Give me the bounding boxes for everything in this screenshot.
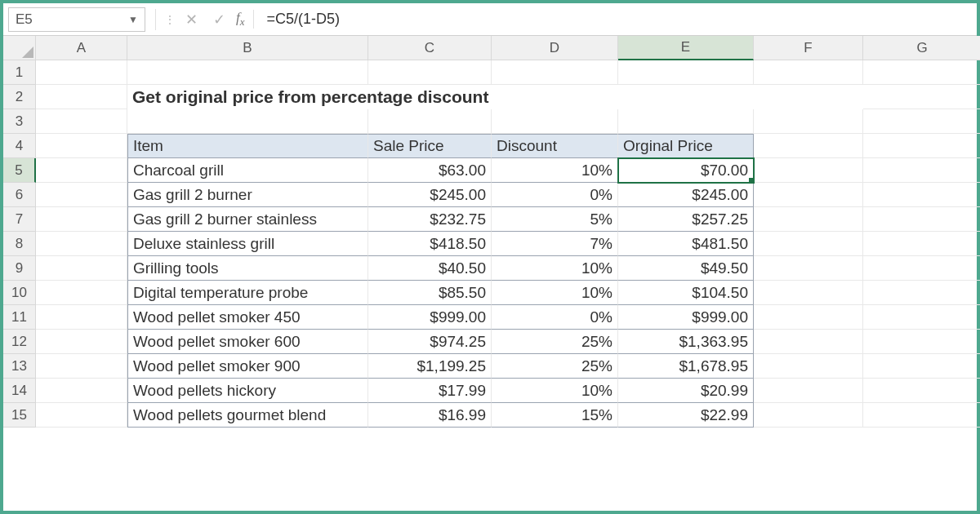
td-item[interactable]: Wood pellet smoker 450 (127, 305, 368, 330)
cell[interactable] (754, 183, 863, 207)
formula-input[interactable]: =C5/(1-D5) (262, 7, 977, 31)
row-header-4[interactable]: 4 (3, 134, 36, 158)
cell[interactable] (754, 158, 863, 183)
td-sale-price[interactable]: $1,199.25 (368, 354, 492, 379)
cell[interactable] (863, 379, 980, 403)
td-sale-price[interactable]: $245.00 (368, 183, 492, 207)
cell[interactable] (754, 232, 863, 256)
col-header-b[interactable]: B (127, 36, 368, 60)
td-sale-price[interactable]: $232.75 (368, 207, 492, 232)
page-title[interactable]: Get original price from percentage disco… (127, 85, 863, 109)
td-item[interactable]: Charcoal grill (127, 158, 368, 183)
td-discount[interactable]: 10% (492, 158, 618, 183)
cell[interactable] (36, 330, 127, 354)
row-header-10[interactable]: 10 (3, 281, 36, 305)
col-header-d[interactable]: D (492, 36, 618, 60)
cell[interactable] (754, 109, 863, 134)
td-item[interactable]: Digital temperature probe (127, 281, 368, 305)
th-discount[interactable]: Discount (492, 134, 618, 158)
row-header-9[interactable]: 9 (3, 256, 36, 281)
cell[interactable] (36, 281, 127, 305)
td-discount[interactable]: 10% (492, 281, 618, 305)
td-item[interactable]: Gas grill 2 burner (127, 183, 368, 207)
td-item[interactable]: Grilling tools (127, 256, 368, 281)
cell[interactable] (754, 207, 863, 232)
cell[interactable] (368, 109, 492, 134)
td-item[interactable]: Wood pellet smoker 900 (127, 354, 368, 379)
fx-icon[interactable]: fx (233, 10, 254, 29)
th-sale-price[interactable]: Sale Price (368, 134, 492, 158)
cell[interactable] (36, 379, 127, 403)
col-header-a[interactable]: A (36, 36, 127, 60)
td-discount[interactable]: 25% (492, 354, 618, 379)
td-sale-price[interactable]: $974.25 (368, 330, 492, 354)
col-header-g[interactable]: G (863, 36, 980, 60)
td-discount[interactable]: 7% (492, 232, 618, 256)
cancel-formula-icon[interactable]: ✕ (177, 11, 205, 29)
cell[interactable] (863, 85, 980, 109)
cell[interactable] (754, 330, 863, 354)
td-sale-price[interactable]: $16.99 (368, 403, 492, 428)
cell[interactable] (863, 305, 980, 330)
td-sale-price[interactable]: $40.50 (368, 256, 492, 281)
cell[interactable] (36, 354, 127, 379)
cell[interactable] (863, 207, 980, 232)
cell[interactable] (36, 232, 127, 256)
td-original-price[interactable]: $104.50 (618, 281, 754, 305)
td-discount[interactable]: 5% (492, 207, 618, 232)
row-header-2[interactable]: 2 (3, 85, 36, 109)
cell[interactable] (863, 281, 980, 305)
row-header-13[interactable]: 13 (3, 354, 36, 379)
td-item[interactable]: Wood pellets hickory (127, 379, 368, 403)
row-header-14[interactable]: 14 (3, 379, 36, 403)
cell[interactable] (36, 60, 127, 85)
cell[interactable] (863, 134, 980, 158)
row-header-5[interactable]: 5 (3, 158, 36, 183)
td-item[interactable]: Gas grill 2 burner stainless (127, 207, 368, 232)
td-original-price[interactable]: $481.50 (618, 232, 754, 256)
cell[interactable] (863, 60, 980, 85)
cell[interactable] (368, 60, 492, 85)
cell[interactable] (36, 158, 127, 183)
name-box-dropdown-icon[interactable]: ▼ (128, 14, 138, 25)
cell[interactable] (618, 60, 754, 85)
cell[interactable] (754, 305, 863, 330)
cell[interactable] (863, 158, 980, 183)
cell[interactable] (863, 330, 980, 354)
td-item[interactable]: Wood pellet smoker 600 (127, 330, 368, 354)
cell[interactable] (754, 403, 863, 428)
td-sale-price[interactable]: $63.00 (368, 158, 492, 183)
row-header-1[interactable]: 1 (3, 60, 36, 85)
td-original-price[interactable]: $1,363.95 (618, 330, 754, 354)
cell[interactable] (754, 134, 863, 158)
cell[interactable] (754, 281, 863, 305)
cell[interactable] (863, 403, 980, 428)
td-discount[interactable]: 10% (492, 256, 618, 281)
td-original-price[interactable]: $22.99 (618, 403, 754, 428)
td-discount[interactable]: 0% (492, 183, 618, 207)
td-discount[interactable]: 0% (492, 305, 618, 330)
row-header-7[interactable]: 7 (3, 207, 36, 232)
td-discount[interactable]: 10% (492, 379, 618, 403)
td-item[interactable]: Wood pellets gourmet blend (127, 403, 368, 428)
th-original-price[interactable]: Orginal Price (618, 134, 754, 158)
cell[interactable] (36, 207, 127, 232)
cell[interactable] (618, 109, 754, 134)
col-header-e[interactable]: E (618, 36, 754, 60)
td-original-price[interactable]: $49.50 (618, 256, 754, 281)
cell[interactable] (492, 109, 618, 134)
td-original-price[interactable]: $999.00 (618, 305, 754, 330)
cell[interactable] (754, 60, 863, 85)
row-header-6[interactable]: 6 (3, 183, 36, 207)
cell[interactable] (754, 379, 863, 403)
cell[interactable] (36, 85, 127, 109)
td-original-price[interactable]: $257.25 (618, 207, 754, 232)
enter-formula-icon[interactable]: ✓ (205, 11, 233, 29)
td-sale-price[interactable]: $418.50 (368, 232, 492, 256)
row-header-12[interactable]: 12 (3, 330, 36, 354)
cell[interactable] (754, 256, 863, 281)
cell[interactable] (754, 354, 863, 379)
th-item[interactable]: Item (127, 134, 368, 158)
cell[interactable] (492, 60, 618, 85)
cell[interactable] (36, 134, 127, 158)
